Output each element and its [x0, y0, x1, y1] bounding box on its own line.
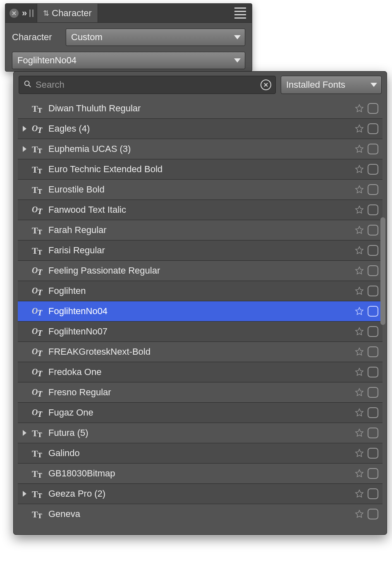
- font-checkbox[interactable]: [368, 387, 378, 398]
- search-input[interactable]: Search: [19, 76, 276, 94]
- font-item[interactable]: OTFeeling Passionate Regular: [18, 260, 382, 281]
- font-item[interactable]: TTGalindo: [18, 443, 382, 463]
- favorite-star-button[interactable]: [353, 205, 366, 214]
- favorite-star-button[interactable]: [353, 226, 366, 235]
- close-button[interactable]: [10, 9, 19, 18]
- font-item[interactable]: OTFoglihtenNo04: [18, 301, 382, 321]
- font-checkbox[interactable]: [368, 448, 378, 459]
- font-item[interactable]: TTFutura (5): [18, 423, 382, 443]
- font-item[interactable]: OTEagles (4): [18, 118, 382, 139]
- favorite-star-button[interactable]: [353, 368, 366, 377]
- font-checkbox[interactable]: [368, 509, 378, 519]
- font-checkbox[interactable]: [368, 468, 378, 479]
- font-checkbox[interactable]: [368, 265, 378, 276]
- font-item[interactable]: TTEuphemia UCAS (3): [18, 139, 382, 159]
- favorite-star-button[interactable]: [353, 327, 366, 336]
- font-item[interactable]: OTFoglihtenNo07: [18, 321, 382, 341]
- favorite-star-button[interactable]: [353, 408, 366, 417]
- favorite-star-button[interactable]: [353, 469, 366, 478]
- font-item[interactable]: OTFoglihten: [18, 281, 382, 301]
- svg-text:T: T: [38, 452, 42, 458]
- expand-icon[interactable]: »: [21, 8, 26, 19]
- truetype-icon: TT: [31, 225, 47, 235]
- svg-point-0: [25, 81, 29, 86]
- font-checkbox[interactable]: [368, 103, 378, 114]
- font-checkbox[interactable]: [368, 428, 378, 438]
- svg-text:T: T: [32, 489, 38, 499]
- favorite-star-button[interactable]: [353, 347, 366, 356]
- favorite-star-button[interactable]: [353, 104, 366, 113]
- svg-text:O: O: [32, 408, 38, 417]
- svg-text:T: T: [38, 492, 42, 499]
- clear-search-button[interactable]: [261, 79, 271, 90]
- scrollbar[interactable]: [380, 101, 386, 531]
- font-checkbox[interactable]: [368, 184, 378, 195]
- svg-text:O: O: [32, 306, 38, 315]
- font-item[interactable]: OTFredoka One: [18, 362, 382, 382]
- font-item[interactable]: OTFugaz One: [18, 402, 382, 423]
- font-checkbox[interactable]: [368, 164, 378, 175]
- font-item[interactable]: OTFresno Regular: [18, 382, 382, 402]
- favorite-star-button[interactable]: [353, 510, 366, 519]
- favorite-star-button[interactable]: [353, 246, 366, 255]
- character-panel: » ⇅ Character Character Custom Foglihten…: [5, 3, 252, 72]
- svg-text:T: T: [32, 245, 38, 255]
- favorite-star-button[interactable]: [353, 449, 366, 458]
- favorite-star-button[interactable]: [353, 185, 366, 194]
- disclosure-triangle-icon[interactable]: [18, 430, 31, 436]
- font-list[interactable]: TTDiwan Thuluth RegularOTEagles (4)TTEup…: [18, 98, 382, 530]
- chevron-down-icon: [370, 83, 377, 87]
- font-checkbox[interactable]: [368, 286, 378, 296]
- tab-character[interactable]: ⇅ Character: [37, 4, 98, 22]
- favorite-star-button[interactable]: [353, 428, 366, 437]
- font-checkbox[interactable]: [368, 123, 378, 134]
- font-name: FoglihtenNo04: [47, 306, 353, 317]
- panel-menu-button[interactable]: [229, 5, 252, 21]
- favorite-star-button[interactable]: [353, 286, 366, 296]
- favorite-star-button[interactable]: [353, 165, 366, 174]
- font-filter-select[interactable]: Installed Fonts: [281, 76, 382, 94]
- font-item[interactable]: TTEurostile Bold: [18, 179, 382, 199]
- font-checkbox[interactable]: [368, 326, 378, 337]
- font-checkbox[interactable]: [368, 245, 378, 256]
- font-checkbox[interactable]: [368, 225, 378, 236]
- svg-text:T: T: [38, 107, 42, 113]
- font-checkbox[interactable]: [368, 306, 378, 317]
- font-item[interactable]: OTFREAKGroteskNext-Bold: [18, 341, 382, 362]
- font-item[interactable]: TTEuro Technic Extended Bold: [18, 159, 382, 179]
- font-checkbox[interactable]: [368, 367, 378, 377]
- font-checkbox[interactable]: [368, 407, 378, 418]
- favorite-star-button[interactable]: [353, 307, 366, 316]
- favorite-star-button[interactable]: [353, 144, 366, 154]
- font-item[interactable]: TTFarisi Regular: [18, 240, 382, 260]
- font-item[interactable]: TTGeeza Pro (2): [18, 483, 382, 504]
- favorite-star-button[interactable]: [353, 124, 366, 133]
- svg-text:T: T: [38, 147, 42, 154]
- font-item[interactable]: TTGeneva: [18, 504, 382, 524]
- favorite-star-button[interactable]: [353, 388, 366, 397]
- font-item[interactable]: TTFarah Regular: [18, 220, 382, 240]
- font-checkbox[interactable]: [368, 488, 378, 499]
- disclosure-triangle-icon[interactable]: [18, 146, 31, 152]
- font-name: GB18030Bitmap: [47, 468, 353, 479]
- font-item[interactable]: TTGB18030Bitmap: [18, 463, 382, 483]
- font-item[interactable]: OTFanwood Text Italic: [18, 199, 382, 220]
- font-checkbox[interactable]: [368, 144, 378, 154]
- scrollbar-thumb[interactable]: [380, 217, 385, 325]
- disclosure-triangle-icon[interactable]: [18, 126, 31, 132]
- disclosure-triangle-icon[interactable]: [18, 491, 31, 497]
- font-filter-value: Installed Fonts: [286, 79, 345, 90]
- font-name: Eurostile Bold: [47, 184, 353, 195]
- titlebar-controls: »: [5, 8, 34, 19]
- favorite-star-button[interactable]: [353, 266, 366, 275]
- favorite-star-button[interactable]: [353, 489, 366, 498]
- font-item[interactable]: TTDiwan Thuluth Regular: [18, 98, 382, 118]
- font-checkbox[interactable]: [368, 346, 378, 357]
- truetype-icon: TT: [31, 428, 47, 438]
- font-family-select[interactable]: FoglihtenNo04: [12, 52, 245, 69]
- svg-text:T: T: [38, 472, 42, 478]
- font-name: Eagles (4): [47, 123, 353, 134]
- drag-handle-icon[interactable]: [29, 10, 34, 17]
- character-preset-select[interactable]: Custom: [66, 29, 245, 46]
- font-checkbox[interactable]: [368, 204, 378, 215]
